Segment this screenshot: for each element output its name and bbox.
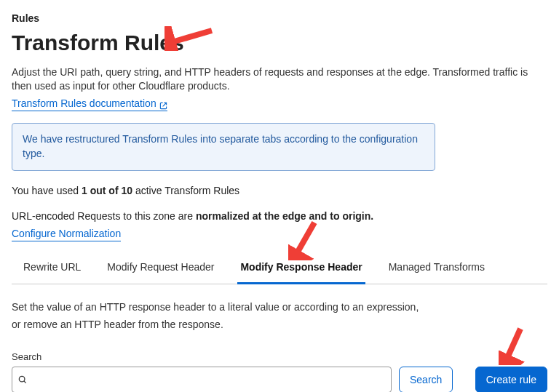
search-input[interactable]: [12, 367, 392, 392]
info-notice: We have restructured Transform Rules int…: [12, 123, 435, 170]
usage-line: You have used 1 out of 10 active Transfo…: [12, 184, 547, 199]
usage-prefix: You have used: [12, 185, 82, 196]
configure-normalization-link[interactable]: Configure Normalization: [12, 227, 121, 242]
normalization-prefix: URL-encoded Requests to this zone are: [12, 210, 196, 222]
create-rule-button[interactable]: Create rule: [475, 367, 547, 392]
normalization-strong: normalized at the edge and to origin.: [196, 210, 373, 222]
annotation-arrow-create: [499, 326, 528, 365]
external-link-icon: [159, 100, 167, 108]
usage-suffix: active Transform Rules: [132, 185, 239, 196]
breadcrumb: Rules: [12, 12, 547, 26]
tab-modify-response-header[interactable]: Modify Response Header: [237, 255, 365, 284]
tabs: Rewrite URL Modify Request Header Modify…: [12, 255, 547, 284]
tab-desc-line1: Set the value of an HTTP response header…: [12, 300, 547, 315]
search-label: Search: [12, 351, 392, 364]
svg-line-3: [24, 381, 26, 383]
search-button[interactable]: Search: [399, 367, 453, 392]
page-description: Adjust the URI path, query string, and H…: [12, 65, 536, 94]
svg-point-2: [19, 377, 25, 383]
tab-modify-request-header[interactable]: Modify Request Header: [104, 255, 217, 284]
page-title: Transform Rules: [12, 28, 184, 58]
tab-managed-transforms[interactable]: Managed Transforms: [386, 255, 488, 284]
tab-rewrite-url[interactable]: Rewrite URL: [20, 255, 84, 284]
tab-desc-line2: or remove an HTTP header from the respon…: [12, 318, 547, 332]
doc-link-label: Transform Rules documentation: [12, 97, 156, 111]
svg-line-1: [297, 223, 314, 253]
normalization-line: URL-encoded Requests to this zone are no…: [12, 209, 547, 224]
doc-link[interactable]: Transform Rules documentation: [12, 97, 167, 112]
tab-description: Set the value of an HTTP response header…: [12, 300, 547, 332]
usage-count: 1 out of 10: [82, 185, 132, 196]
search-icon: [17, 375, 28, 385]
svg-line-4: [507, 329, 520, 358]
